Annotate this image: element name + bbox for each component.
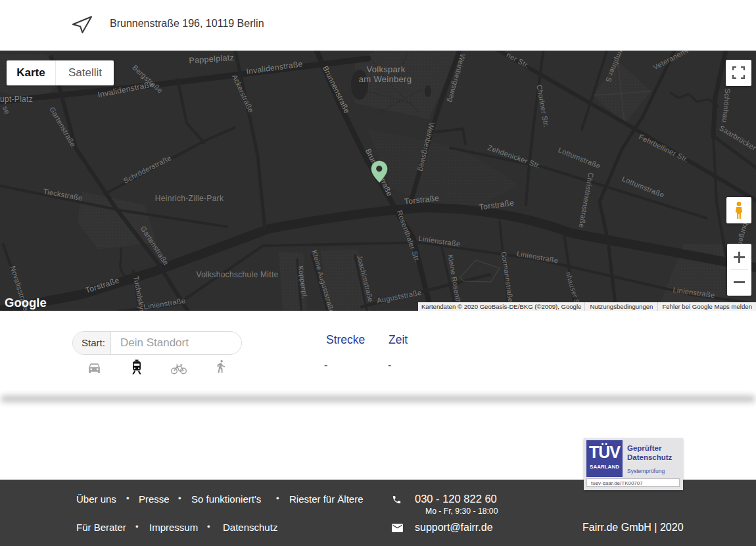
svg-text:Volkspark: Volkspark	[366, 64, 405, 74]
svg-text:upt-Platz: upt-Platz	[0, 95, 33, 104]
svg-text:am Weinberg: am Weinberg	[359, 74, 412, 84]
svg-text:Heinrich-Zille-Park: Heinrich-Zille-Park	[155, 194, 224, 203]
svg-text:Volkshochschule Mitte: Volkshochschule Mitte	[196, 270, 278, 279]
